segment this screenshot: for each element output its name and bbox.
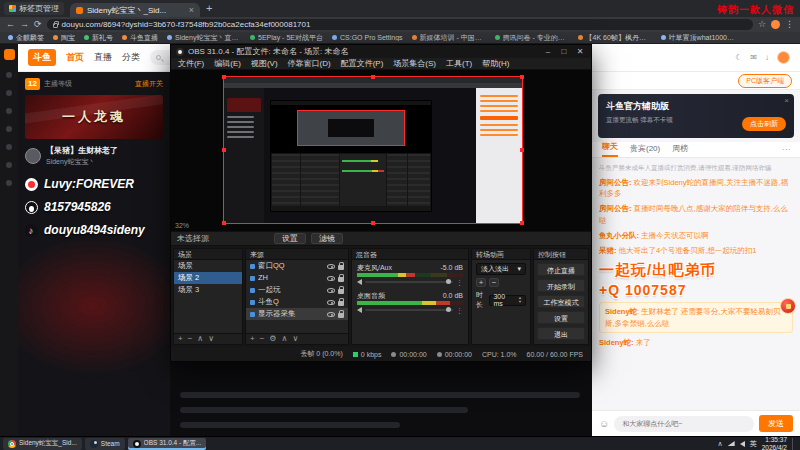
bookmark-item[interactable]: CS:GO Pro Settings bbox=[332, 34, 403, 41]
source-properties-icon[interactable]: ⚙ bbox=[269, 335, 276, 343]
bookmark-item[interactable]: 金麒麟签 bbox=[8, 33, 44, 43]
room-banner[interactable]: 一人龙魂 bbox=[25, 95, 163, 139]
volume-slider-thumb[interactable] bbox=[446, 307, 451, 312]
selection-handle[interactable] bbox=[222, 221, 226, 225]
lock-icon[interactable] bbox=[338, 289, 344, 294]
tray-chevron-icon[interactable]: ∧ bbox=[718, 440, 723, 447]
obs-control-button[interactable]: 退出 bbox=[537, 327, 585, 340]
selection-handle[interactable] bbox=[222, 148, 226, 152]
speaker-icon[interactable] bbox=[357, 279, 362, 285]
rail-icon[interactable] bbox=[6, 108, 12, 114]
move-source-down-icon[interactable]: ∨ bbox=[292, 335, 298, 343]
visibility-eye-icon[interactable] bbox=[327, 264, 335, 269]
new-tab-button[interactable]: + bbox=[206, 3, 212, 14]
visibility-eye-icon[interactable] bbox=[327, 288, 335, 293]
scene-item[interactable]: 场景 2 bbox=[174, 272, 242, 284]
bookmark-item[interactable]: 新礼号 bbox=[84, 33, 113, 43]
obs-menu-item[interactable]: 帮助(H) bbox=[477, 58, 514, 70]
obs-menu-item[interactable]: 编辑(E) bbox=[209, 58, 246, 70]
rail-icon[interactable] bbox=[6, 144, 12, 150]
add-source-icon[interactable]: + bbox=[250, 335, 255, 343]
bookmark-item[interactable]: 陶宝 bbox=[53, 33, 75, 43]
selection-handle[interactable] bbox=[520, 75, 524, 79]
selection-handle[interactable] bbox=[222, 75, 226, 79]
volume-slider-thumb[interactable] bbox=[446, 279, 451, 284]
download-icon[interactable]: ↓ bbox=[765, 54, 769, 62]
source-item[interactable]: 显示器采集 bbox=[246, 308, 348, 320]
channel-menu-icon[interactable]: ⋮ bbox=[456, 307, 463, 314]
add-scene-icon[interactable]: + bbox=[178, 335, 183, 343]
spin-arrows-icon[interactable]: ▲▼ bbox=[518, 296, 522, 303]
close-button[interactable]: ✕ bbox=[574, 48, 586, 56]
bookmark-star-icon[interactable]: ☆ bbox=[758, 20, 766, 29]
forward-icon[interactable]: → bbox=[20, 20, 29, 29]
nav-item-1[interactable]: 直播 bbox=[94, 51, 112, 64]
volume-icon[interactable] bbox=[740, 441, 745, 447]
visibility-eye-icon[interactable] bbox=[327, 300, 335, 305]
obs-control-button[interactable]: 工作室模式 bbox=[537, 295, 585, 308]
lock-icon[interactable] bbox=[338, 313, 344, 318]
selection-handle[interactable] bbox=[520, 221, 524, 225]
selection-handle[interactable] bbox=[520, 148, 524, 152]
douyu-logo-icon[interactable] bbox=[4, 49, 15, 60]
input-language-indicator[interactable]: 英 bbox=[750, 439, 757, 449]
source-settings-button[interactable]: 设置 bbox=[274, 233, 306, 244]
bookmark-item[interactable]: 5EPlay - 5E对战平台 bbox=[250, 33, 323, 43]
selection-handle[interactable] bbox=[371, 221, 375, 225]
lock-icon[interactable] bbox=[338, 265, 344, 270]
rail-icon[interactable] bbox=[6, 180, 12, 186]
taskbar-app[interactable]: Steam bbox=[85, 438, 125, 450]
obs-menu-item[interactable]: 视图(V) bbox=[246, 58, 283, 70]
add-transition-icon[interactable]: + bbox=[476, 278, 486, 287]
move-source-up-icon[interactable]: ∧ bbox=[282, 335, 288, 343]
user-avatar[interactable] bbox=[777, 51, 790, 64]
lock-icon[interactable] bbox=[338, 301, 344, 306]
obs-menu-item[interactable]: 文件(F) bbox=[173, 58, 209, 70]
bookmark-item[interactable]: 斗鱼直播 bbox=[122, 33, 158, 43]
browser-profile-avatar[interactable] bbox=[771, 20, 780, 29]
rail-icon[interactable] bbox=[6, 90, 12, 96]
visibility-eye-icon[interactable] bbox=[327, 276, 335, 281]
bookmark-item[interactable]: Sideny蛇宝宝丶直播间 bbox=[167, 33, 241, 43]
scene-item[interactable]: 场景 3 bbox=[174, 284, 242, 296]
volume-slider[interactable] bbox=[365, 309, 453, 311]
scene-item[interactable]: 场景 bbox=[174, 260, 242, 272]
source-item[interactable]: 一起玩 bbox=[246, 284, 348, 296]
bookmark-item[interactable]: 新媒体培训 - 中国传媒 bbox=[412, 33, 486, 43]
bookmark-item[interactable]: 【4K 60帧】枫丹白露 bbox=[578, 33, 652, 43]
chat-settings-icon[interactable]: ⋯ bbox=[782, 145, 790, 157]
remove-scene-icon[interactable]: − bbox=[188, 335, 193, 343]
rail-icon[interactable] bbox=[6, 162, 12, 168]
selection-handle[interactable] bbox=[371, 75, 375, 79]
remove-source-icon[interactable]: − bbox=[260, 335, 265, 343]
transition-select[interactable]: 淡入淡出 ▾ bbox=[476, 263, 526, 275]
message-icon[interactable]: ✉ bbox=[750, 54, 757, 62]
chat-tab[interactable]: 周榜 bbox=[672, 143, 688, 157]
taskbar-clock[interactable]: 1:35:37 2026/4/2 bbox=[762, 436, 787, 450]
obs-menu-item[interactable]: 工具(T) bbox=[441, 58, 477, 70]
obs-title-bar[interactable]: OBS 31.0.4 - 配置文件: 未命名 - 场景: 未命名 – □ ✕ bbox=[171, 45, 591, 58]
channel-menu-icon[interactable]: ⋮ bbox=[456, 279, 463, 286]
source-filters-button[interactable]: 滤镜 bbox=[311, 233, 343, 244]
source-item[interactable]: 斗鱼Q bbox=[246, 296, 348, 308]
move-scene-down-icon[interactable]: ∨ bbox=[208, 335, 214, 343]
pc-client-button[interactable]: PC版客户端 bbox=[738, 74, 792, 88]
maximize-button[interactable]: □ bbox=[558, 48, 570, 56]
source-item[interactable]: ZH bbox=[246, 272, 348, 284]
close-icon[interactable]: × bbox=[784, 96, 789, 105]
nav-item-0[interactable]: 首页 bbox=[66, 51, 84, 64]
remove-transition-icon[interactable]: − bbox=[489, 278, 499, 287]
rail-icon[interactable] bbox=[6, 72, 12, 78]
duration-spinbox[interactable]: 300 ms ▲▼ bbox=[489, 295, 526, 306]
source-item[interactable]: 窗口QQ bbox=[246, 260, 348, 272]
chat-input[interactable] bbox=[614, 416, 754, 432]
address-bar[interactable]: douyu.com/8694?dyshid=3b670-f37548fb92b0… bbox=[47, 19, 753, 30]
volume-slider[interactable] bbox=[365, 281, 453, 283]
nav-item-2[interactable]: 分类 bbox=[122, 51, 140, 64]
reload-icon[interactable]: ⟳ bbox=[34, 20, 42, 29]
browser-tab-active[interactable]: Sideny蛇宝宝丶_Sid... × bbox=[70, 3, 200, 17]
send-button[interactable]: 发送 bbox=[759, 415, 793, 432]
rail-icon[interactable] bbox=[6, 126, 12, 132]
chat-tab[interactable]: 聊天 bbox=[602, 141, 618, 157]
lock-icon[interactable] bbox=[338, 277, 344, 282]
